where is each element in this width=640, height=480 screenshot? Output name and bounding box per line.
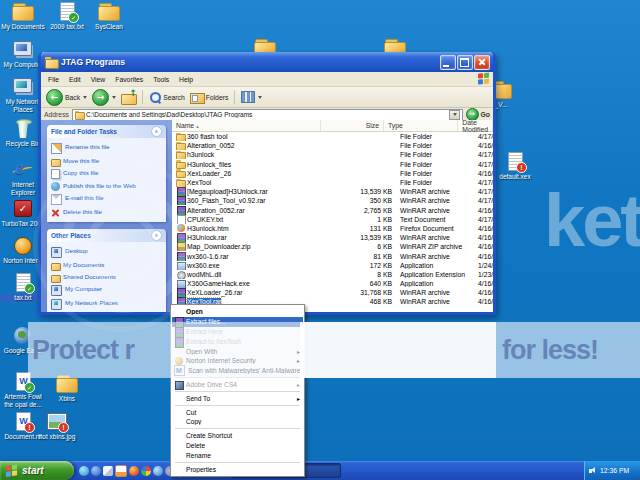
file-row[interactable]: Alteration_0052.rar2,765 KBWinRAR archiv… [172, 206, 493, 215]
start-button[interactable]: start [0, 461, 74, 480]
column-header-name[interactable]: Name▴ [172, 120, 321, 131]
sidebar-link[interactable]: Rename this file [50, 141, 163, 155]
desktop-icon-google-earth[interactable]: Google Earth [0, 326, 46, 355]
sidebar-link[interactable]: Delete this file [50, 206, 163, 218]
forward-dropdown-icon[interactable] [112, 96, 116, 99]
file-name: H3Unlock.rar [187, 234, 227, 241]
menu-edit[interactable]: Edit [64, 76, 86, 83]
file-row[interactable]: Map_Downloader.zip6 KBWinRAR ZIP archive… [172, 242, 493, 251]
file-row[interactable]: 360 flash toolFile Folder4/17/2010 12:23… [172, 132, 493, 141]
context-menu-item-open-with[interactable]: Open With▸ [172, 346, 303, 356]
copy-icon [51, 169, 60, 179]
desktop-icon-xbins[interactable]: Xbins [44, 374, 90, 403]
context-menu-item-rename[interactable]: Rename [172, 450, 303, 460]
address-input[interactable]: C:\Documents and Settings\Dad\Desktop\JT… [72, 109, 463, 121]
column-header-date-modified[interactable]: Date Modified [458, 120, 493, 131]
views-dropdown-icon[interactable] [258, 96, 262, 99]
back-button[interactable]: ← Back [45, 89, 88, 106]
forward-button[interactable]: → [91, 89, 117, 106]
context-menu-item-create-shortcut[interactable]: Create Shortcut [172, 431, 303, 441]
up-button[interactable] [120, 91, 137, 104]
context-menu-item-delete[interactable]: Delete [172, 441, 303, 451]
file-row[interactable]: H3Unlock.rar13,539 KBWinRAR archive4/16/… [172, 233, 493, 242]
pane-header[interactable]: File and Folder Tasks» [47, 125, 166, 138]
quick-launch-media-player-icon[interactable] [141, 466, 151, 476]
sidebar-link[interactable]: Copy this file [50, 167, 163, 180]
menu-item-spacer [174, 441, 183, 450]
volume-icon[interactable] [589, 467, 597, 475]
back-dropdown-icon[interactable] [83, 96, 87, 99]
sidebar-link[interactable]: My Computer [50, 283, 163, 297]
file-size: 1 KB [330, 216, 396, 223]
quick-launch-firefox-icon[interactable] [129, 466, 139, 476]
desktop-icon-default-xex[interactable]: default.xex [492, 152, 538, 181]
quick-launch-show-desktop-icon[interactable] [103, 466, 113, 476]
menu-item-spacer [174, 465, 183, 474]
quick-launch-google-earth-icon[interactable] [153, 466, 163, 476]
chevron-up-icon[interactable]: » [151, 230, 162, 241]
desktop-icon-not-xbins-jpg[interactable]: not xbins.jpg [34, 412, 80, 441]
minimize-button[interactable] [440, 55, 456, 70]
file-row[interactable]: wodMhL.dll8 KBApplication Extension1/23/… [172, 270, 493, 279]
sidebar-link[interactable]: My Documents [50, 259, 163, 271]
folders-button[interactable]: Folders [189, 92, 230, 103]
context-menu-item-extract-files[interactable]: Extract files... [172, 317, 303, 327]
menu-file[interactable]: File [43, 76, 64, 83]
context-menu-item-copy[interactable]: Copy [172, 417, 303, 427]
search-button[interactable]: Search [148, 91, 186, 103]
go-label: Go [481, 111, 490, 118]
quick-launch-messenger-icon[interactable] [79, 466, 89, 476]
sidebar-link[interactable]: Shared Documents [50, 271, 163, 283]
maximize-button[interactable] [457, 55, 473, 70]
column-header-size[interactable]: Size [321, 120, 384, 131]
views-button[interactable] [240, 91, 263, 103]
context-menu-item-cut[interactable]: Cut [172, 407, 303, 417]
file-row[interactable]: XexLoader_26File Folder4/16/2010 3:38 PM [172, 169, 493, 178]
window-titlebar[interactable]: JTAG Programs [41, 52, 493, 72]
quick-launch-document-icon[interactable] [115, 465, 127, 477]
file-row[interactable]: XexToolFile Folder4/17/2010 12:27 PM [172, 178, 493, 187]
column-header-type[interactable]: Type [384, 120, 458, 131]
windows-logo-icon [478, 72, 491, 85]
sidebar-link[interactable]: E-mail this file [50, 192, 163, 206]
file-row[interactable]: wx360.exe172 KBApplication1/24/2006 1:03… [172, 261, 493, 270]
desktop-icon-sysclean[interactable]: SysClean [86, 2, 132, 31]
file-row[interactable]: 360_Flash_Tool_v0.92.rar350 KBWinRAR arc… [172, 196, 493, 205]
context-menu-item-scan-with-malwarebytes-anti-malware[interactable]: Scan with Malwarebytes' Anti-Malware [172, 366, 303, 376]
menu-item-label: Scan with Malwarebytes' Anti-Malware [188, 367, 300, 374]
close-button[interactable] [474, 55, 490, 70]
quick-launch-ie-icon[interactable] [91, 466, 101, 476]
chevron-up-icon[interactable]: » [151, 126, 162, 137]
sidebar-link-label: My Documents [63, 261, 104, 268]
menu-favorites[interactable]: Favorites [110, 76, 148, 83]
desktop-icon-my-documents[interactable]: My Documents [0, 2, 46, 31]
address-dropdown-button[interactable] [449, 110, 460, 120]
sidebar-link[interactable]: My Network Places [50, 297, 163, 311]
context-menu-item-properties[interactable]: Properties [172, 464, 303, 474]
menu-tools[interactable]: Tools [148, 76, 174, 83]
pane-header[interactable]: Other Places» [47, 229, 166, 242]
context-menu-item-send-to[interactable]: Send To▸ [172, 393, 303, 403]
file-row[interactable]: H3unlock_filesFile Folder4/17/2010 12:24… [172, 160, 493, 169]
menu-help[interactable]: Help [174, 76, 198, 83]
xex-alert-icon [502, 152, 528, 172]
file-row[interactable]: XeXLoader_26.rar31,768 KBWinRAR archive4… [172, 288, 493, 297]
file-row[interactable]: H3unlock.htm131 KBFirefox Document4/16/2… [172, 224, 493, 233]
sidebar-link[interactable]: Desktop [50, 245, 163, 259]
file-row[interactable]: [Megaupload]H3Unlock.rar13,539 KBWinRAR … [172, 187, 493, 196]
sidebar-link[interactable]: Move this file [50, 155, 163, 167]
file-row[interactable]: wx360-1.6.rar81 KBWinRAR archive4/16/201… [172, 251, 493, 260]
context-menu-item-norton-internet-security[interactable]: Norton Internet Security▸ [172, 356, 303, 366]
file-row[interactable]: X360GameHack.exe640 KBApplication4/16/20… [172, 279, 493, 288]
menu-item-label: Norton Internet Security [186, 357, 295, 364]
desktop-icon-2009-tax-txt[interactable]: 2009 tax.txt [44, 2, 90, 31]
file-row[interactable]: h3unlockFile Folder4/17/2010 12:23 PM [172, 150, 493, 159]
context-menu-item-open[interactable]: Open [172, 307, 303, 317]
menu-view[interactable]: View [86, 76, 111, 83]
sidebar-link[interactable]: Publish this file to the Web [50, 180, 163, 192]
desktop-icon-artemis-fowl-the-opal-de[interactable]: Artemis Fowl the opal de... [0, 372, 46, 409]
file-row[interactable]: Alteration_0052File Folder4/16/2010 7:06… [172, 141, 493, 150]
folder-icon [96, 2, 122, 22]
window-title: JTAG Programs [61, 57, 439, 67]
file-row[interactable]: CPUKEY.txt1 KBText Document4/17/2010 12:… [172, 215, 493, 224]
